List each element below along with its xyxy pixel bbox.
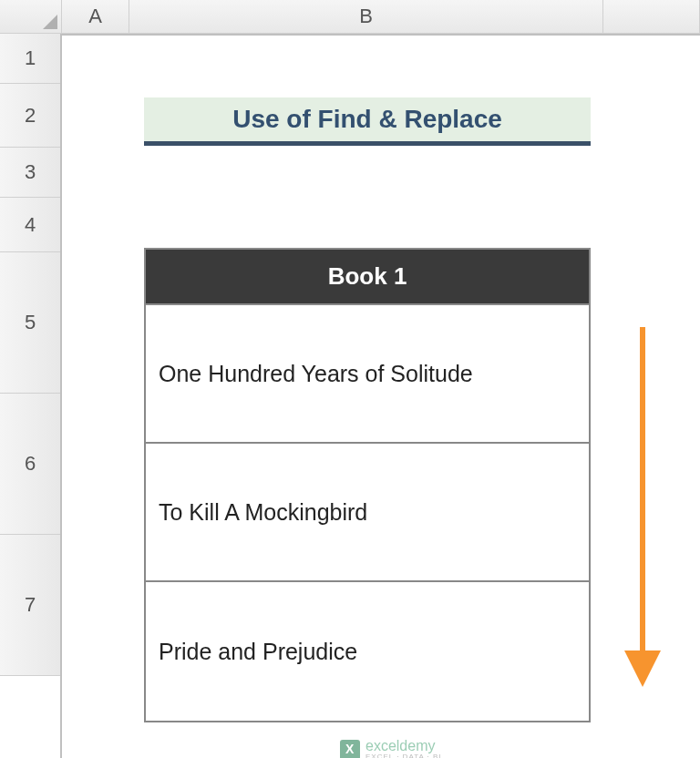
watermark: exceldemy EXCEL · DATA · BI xyxy=(340,739,442,758)
watermark-main: exceldemy xyxy=(365,739,442,753)
excel-logo-icon xyxy=(340,740,360,758)
column-headers: A B xyxy=(0,0,700,34)
content-area: Use of Find & Replace Book 1 One Hundred… xyxy=(62,34,700,758)
page-title[interactable]: Use of Find & Replace xyxy=(144,97,591,146)
row-header-2[interactable]: 2 xyxy=(0,84,60,148)
watermark-text: exceldemy EXCEL · DATA · BI xyxy=(365,739,442,758)
watermark-sub: EXCEL · DATA · BI xyxy=(365,753,442,758)
select-all-corner[interactable] xyxy=(0,0,62,33)
spreadsheet-view: A B 1 2 3 4 5 6 7 Use of Find & Replace … xyxy=(0,0,700,758)
down-arrow-icon xyxy=(624,327,661,687)
column-header-b[interactable]: B xyxy=(129,0,603,33)
row-header-6[interactable]: 6 xyxy=(0,394,60,535)
table-row[interactable]: To Kill A Mockingbird xyxy=(146,444,589,582)
data-table: Book 1 One Hundred Years of Solitude To … xyxy=(144,248,591,722)
column-header-a[interactable]: A xyxy=(62,0,129,33)
row-header-1[interactable]: 1 xyxy=(0,34,60,84)
row-header-7[interactable]: 7 xyxy=(0,535,60,676)
body-area: 1 2 3 4 5 6 7 Use of Find & Replace Book… xyxy=(0,34,700,758)
table-row[interactable]: One Hundred Years of Solitude xyxy=(146,305,589,444)
column-header-c[interactable] xyxy=(603,0,700,33)
table-row[interactable]: Pride and Prejudice xyxy=(146,582,589,721)
row-header-3[interactable]: 3 xyxy=(0,148,60,198)
row-headers: 1 2 3 4 5 6 7 xyxy=(0,34,62,758)
table-header[interactable]: Book 1 xyxy=(146,250,589,305)
corner-triangle-icon xyxy=(43,15,57,29)
row-header-4[interactable]: 4 xyxy=(0,198,60,252)
row-header-5[interactable]: 5 xyxy=(0,252,60,394)
